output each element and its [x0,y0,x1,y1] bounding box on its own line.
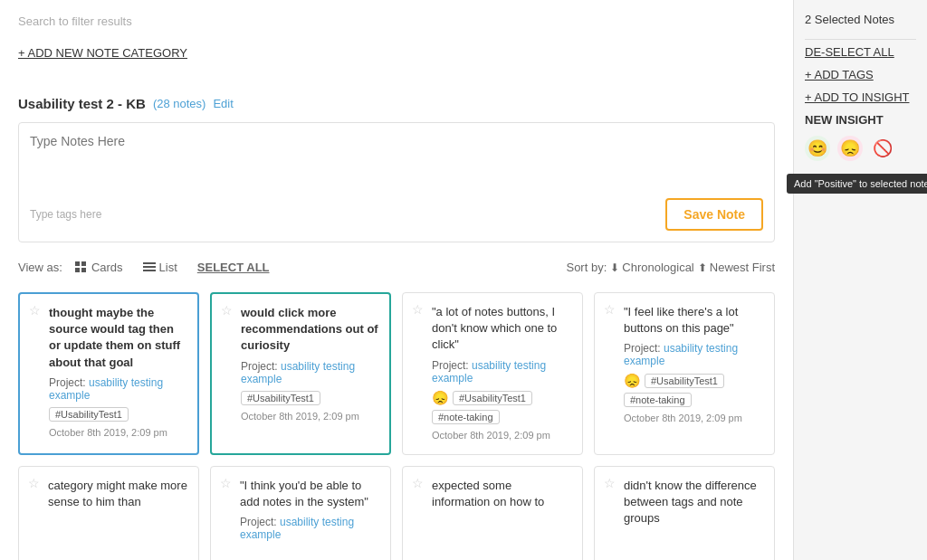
card-text: "a lot of notes buttons, I don't know wh… [432,304,571,354]
card-project: Project: usability testing example [240,516,379,541]
svg-rect-2 [75,268,80,272]
card-text: category might make more sense to him th… [48,478,187,510]
card-item[interactable]: ☆ "I feel like there's a lot buttons on … [594,292,775,455]
card-date: October 8th 2019, 2:09 pm [432,430,571,441]
star-icon[interactable]: ☆ [412,476,424,490]
list-view-button[interactable]: List [136,257,185,278]
star-icon[interactable]: ☆ [221,303,233,318]
card-text: didn't know the difference between tags … [624,478,763,527]
sentiment-tooltip: Add "Positive" to selected notes [787,174,927,194]
negative-sentiment-button[interactable]: 😞 [837,136,863,161]
svg-rect-6 [143,270,156,271]
sort-up-icon: ⬆ [698,261,707,274]
card-text: would click more recommendations out of … [241,305,378,355]
add-tags-link[interactable]: + ADD TAGS [805,68,916,81]
star-icon[interactable]: ☆ [412,302,424,317]
cards-grid-icon [75,261,88,274]
tag-badge: #note-taking [432,410,500,424]
card-item[interactable]: ☆ expected some information on how to [402,466,583,560]
card-text: "I think you'd be able to add notes in t… [240,478,379,510]
star-icon[interactable]: ☆ [604,476,616,490]
card-item[interactable]: ☆ would click more recommendations out o… [210,292,391,455]
tag-badge: #UsabilityTest1 [645,374,724,388]
sort-newest-button[interactable]: ⬆ Newest First [698,261,775,274]
card-project: Project: usability testing example [49,376,186,402]
tag-badge: #UsabilityTest1 [453,391,532,405]
sort-controls: Sort by: ⬇ Chronological ⬆ Newest First [566,261,775,274]
view-as-label: View as: [18,261,62,274]
card-content: "I think you'd be able to add notes in t… [222,478,379,541]
card-content: "a lot of notes buttons, I don't know wh… [414,304,571,441]
cards-grid: ☆ thought maybe the source would tag the… [18,292,775,560]
selected-count: 2 Selected Notes [805,13,916,26]
sort-by-label: Sort by: [566,261,607,274]
card-content: would click more recommendations out of … [223,305,378,422]
tag-badge: #UsabilityTest1 [241,391,320,405]
card-content: category might make more sense to him th… [30,478,187,510]
search-bar: Search to filter results [18,14,775,28]
category-header: Usability test 2 - KB (28 notes) Edit [18,96,775,111]
card-date: October 8th 2019, 2:09 pm [624,413,763,423]
edit-link[interactable]: Edit [213,97,233,110]
tag-badge: #note-taking [624,393,692,407]
project-link[interactable]: usability testing example [241,360,355,385]
add-category-link[interactable]: + ADD NEW NOTE CATEGORY [18,46,187,60]
sort-chronological-button[interactable]: ⬇ Chronological [610,261,694,274]
svg-rect-0 [75,261,80,266]
negative-icon: 😞 [624,373,641,389]
card-item[interactable]: ☆ didn't know the difference between tag… [594,466,775,560]
svg-rect-3 [81,268,86,272]
svg-rect-4 [143,262,156,264]
note-input-area: Type tags here Save Note [18,122,775,242]
project-link[interactable]: usability testing example [49,376,163,402]
card-text: expected some information on how to [432,478,571,510]
note-textarea[interactable] [30,134,763,188]
star-icon[interactable]: ☆ [604,302,616,317]
card-text: thought maybe the source would tag then … [49,305,186,371]
card-item[interactable]: ☆ "I think you'd be able to add notes in… [210,466,391,560]
add-to-insight-link[interactable]: + ADD TO INSIGHT [805,90,916,104]
card-content: thought maybe the source would tag then … [31,305,186,438]
list-icon [143,261,156,274]
cards-view-button[interactable]: Cards [68,257,130,278]
list-label: List [159,261,177,274]
card-item[interactable]: ☆ thought maybe the source would tag the… [18,292,199,455]
card-date: October 8th 2019, 2:09 pm [49,427,186,438]
tag-badge: #UsabilityTest1 [49,407,129,422]
star-icon[interactable]: ☆ [28,476,40,490]
notes-count: (28 notes) [153,97,206,110]
positive-sentiment-button[interactable]: 😊 [805,136,830,161]
tags-placeholder: Type tags here [30,208,101,221]
project-link[interactable]: usability testing example [240,516,354,541]
negative-icon: 😞 [432,390,449,406]
cards-label: Cards [91,261,123,274]
card-content: didn't know the difference between tags … [606,478,763,527]
sentiment-row: 😊 😞 🚫 Add "Positive" to selected notes [805,136,916,161]
svg-rect-1 [81,261,86,266]
new-insight-link[interactable]: NEW INSIGHT [805,113,916,127]
star-icon[interactable]: ☆ [29,303,41,318]
card-text: "I feel like there's a lot buttons on th… [624,304,763,337]
project-link[interactable]: usability testing example [432,359,546,384]
card-item[interactable]: ☆ category might make more sense to him … [18,466,199,560]
star-icon[interactable]: ☆ [220,476,232,490]
card-project: Project: usability testing example [241,360,378,385]
category-title: Usability test 2 - KB [18,96,146,111]
card-date: October 8th 2019, 2:09 pm [241,411,378,422]
deselect-all-link[interactable]: DE-SELECT ALL [805,45,916,59]
sidebar: 2 Selected Notes DE-SELECT ALL + ADD TAG… [793,0,927,560]
project-link[interactable]: usability testing example [624,342,738,367]
svg-rect-5 [143,266,156,268]
view-controls: View as: Cards List SEL [18,257,775,278]
card-project: Project: usability testing example [432,359,571,384]
sort-down-icon: ⬇ [610,261,619,274]
card-content: expected some information on how to [414,478,571,510]
select-all-link[interactable]: SELECT ALL [197,261,270,274]
neutral-sentiment-button[interactable]: 🚫 [870,136,895,161]
card-item[interactable]: ☆ "a lot of notes buttons, I don't know … [402,292,583,455]
save-note-button[interactable]: Save Note [665,198,763,231]
card-content: "I feel like there's a lot buttons on th… [606,304,763,423]
card-project: Project: usability testing example [624,342,763,367]
